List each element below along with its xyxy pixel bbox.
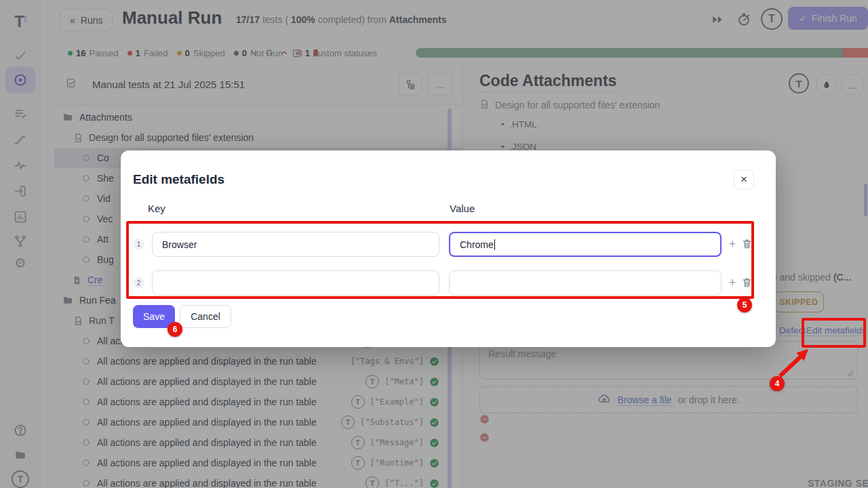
row-index-badge: 2 <box>133 277 144 289</box>
metafield-key-input[interactable]: Browser <box>152 232 439 257</box>
metafield-row: 2 + <box>121 270 776 296</box>
metafield-value-input[interactable]: Chrome <box>449 232 722 257</box>
add-row-icon[interactable]: + <box>726 276 738 290</box>
cancel-button[interactable]: Cancel <box>180 305 231 328</box>
edit-metafields-modal: Edit metafields × Key Value 1 Browser Ch… <box>121 150 776 347</box>
save-button[interactable]: Save <box>133 305 175 328</box>
trash-icon[interactable] <box>741 238 753 252</box>
row-index-badge: 1 <box>133 239 144 250</box>
trash-icon[interactable] <box>741 277 753 291</box>
text-caret <box>494 239 495 250</box>
modal-title: Edit metafields <box>133 172 224 187</box>
close-icon[interactable]: × <box>734 169 754 190</box>
metafield-value-input[interactable] <box>449 270 722 296</box>
key-column-label: Key <box>148 203 165 214</box>
metafield-key-input[interactable] <box>152 270 439 296</box>
metafield-row: 1 Browser Chrome + <box>121 232 776 258</box>
add-row-icon[interactable]: + <box>726 237 738 251</box>
app-root: T|⚙T « Runs Manual Run 17/17 tests ( 100… <box>0 0 868 488</box>
value-column-label: Value <box>450 203 475 214</box>
